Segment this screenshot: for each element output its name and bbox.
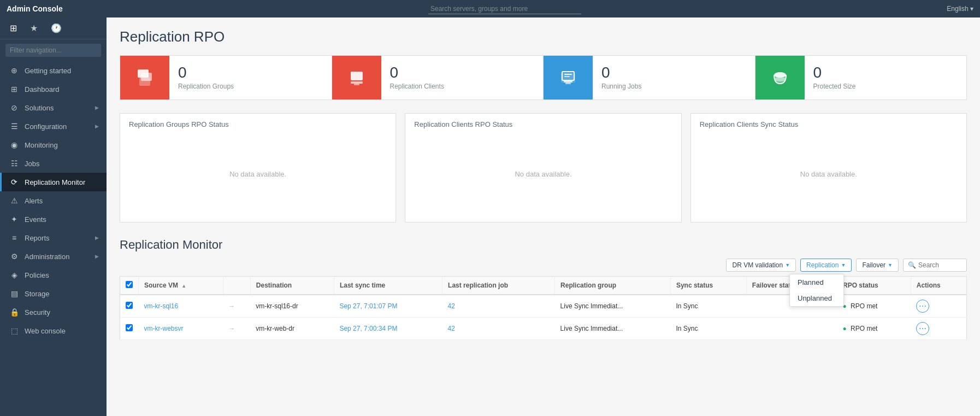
row1-actions-button[interactable]: ⋯ — [916, 300, 929, 313]
th-sync-status[interactable]: Sync status — [670, 277, 746, 295]
select-all-checkbox[interactable] — [126, 281, 133, 288]
replication-label: Replication — [806, 261, 839, 269]
monitor-search-input[interactable] — [918, 261, 962, 269]
stat-body-replication-clients: 0 Replication Clients — [381, 60, 453, 96]
global-search-input[interactable] — [428, 4, 581, 14]
row1-last-sync-link[interactable]: Sep 27, 7:01:07 PM — [339, 302, 397, 310]
sidebar-item-jobs[interactable]: ☷ Jobs — [0, 154, 107, 173]
row1-arrow-cell: → — [223, 295, 250, 318]
sidebar-home-icon[interactable]: ⊞ — [7, 22, 20, 34]
row1-source-vm: vm-kr-sql16 — [139, 295, 223, 318]
protected-size-label: Protected Size — [813, 83, 856, 90]
sidebar-favorites-icon[interactable]: ★ — [27, 22, 41, 34]
groups-rpo-no-data: No data available. — [229, 170, 286, 178]
row2-arrow-icon: → — [228, 325, 235, 332]
failover-arrow-icon: ▼ — [888, 262, 893, 268]
status-panels: Replication Groups RPO Status No data av… — [120, 113, 967, 222]
page-title: Replication RPO — [120, 28, 967, 45]
sidebar-item-replication-monitor[interactable]: ⟳ Replication Monitor — [0, 173, 107, 191]
sidebar-item-administration[interactable]: ⚙ Administration — [0, 247, 107, 266]
clients-sync-body: No data available. — [700, 133, 958, 215]
failover-planned-option[interactable]: Planned — [790, 274, 843, 290]
row1-checkbox[interactable] — [126, 302, 133, 309]
row2-rpo-label: RPO met — [851, 325, 877, 332]
replication-arrow-icon: ▼ — [841, 262, 846, 268]
th-source-vm[interactable]: Source VM ▲ — [139, 277, 223, 295]
th-last-job[interactable]: Last replication job — [442, 277, 555, 295]
th-arrow — [223, 277, 250, 295]
svg-rect-4 — [351, 81, 363, 84]
protected-size-icon — [755, 56, 805, 99]
row1-last-job-link[interactable]: 42 — [448, 302, 455, 310]
replication-groups-label: Replication Groups — [178, 83, 234, 90]
replication-groups-value: 0 — [178, 65, 234, 80]
events-icon: ✦ — [9, 215, 19, 224]
row2-actions-button[interactable]: ⋯ — [916, 322, 929, 335]
replication-clients-value: 0 — [390, 65, 444, 80]
sidebar-item-label: Monitoring — [25, 141, 58, 149]
sidebar-item-monitoring[interactable]: ◉ Monitoring — [0, 136, 107, 154]
row2-last-job-link[interactable]: 42 — [448, 325, 455, 332]
replication-monitor-icon: ⟳ — [9, 178, 19, 186]
svg-rect-3 — [351, 72, 363, 80]
stat-card-replication-groups: 0 Replication Groups — [120, 56, 332, 99]
sidebar-item-label: Reports — [25, 234, 50, 242]
sidebar-item-security[interactable]: 🔒 Security — [0, 303, 107, 321]
row2-failover-status — [746, 318, 837, 340]
svg-rect-8 — [564, 81, 572, 83]
language-selector[interactable]: English ▾ — [947, 5, 973, 13]
sidebar-item-solutions[interactable]: ⊘ Solutions — [0, 98, 107, 117]
row1-source-vm-link[interactable]: vm-kr-sql16 — [144, 302, 179, 310]
row2-rpo-status: ● RPO met — [837, 318, 911, 340]
getting-started-icon: ⊕ — [9, 66, 19, 75]
th-actions: Actions — [911, 277, 966, 295]
sidebar-item-policies[interactable]: ◈ Policies — [0, 266, 107, 284]
th-destination[interactable]: Destination — [250, 277, 334, 295]
running-jobs-value: 0 — [601, 65, 641, 80]
svg-rect-11 — [564, 76, 570, 77]
administration-icon: ⚙ — [9, 252, 19, 261]
monitor-toolbar: DR VM validation ▼ Replication ▼ Failove… — [120, 259, 967, 272]
sidebar-recent-icon[interactable]: 🕐 — [48, 22, 65, 34]
row2-actions-cell: ⋯ — [911, 318, 966, 340]
row1-arrow-icon: → — [228, 302, 235, 310]
row2-checkbox[interactable] — [126, 324, 133, 331]
dr-vm-validation-filter[interactable]: DR VM validation ▼ — [726, 259, 796, 272]
sidebar-item-storage[interactable]: ▤ Storage — [0, 284, 107, 303]
th-rpo-status[interactable]: RPO status — [837, 277, 911, 295]
dashboard-icon: ⊞ — [9, 85, 19, 93]
row1-rpo-label: RPO met — [851, 302, 877, 310]
failover-label: Failover — [862, 261, 885, 269]
sidebar-item-reports[interactable]: ≡ Reports — [0, 228, 107, 247]
failover-filter[interactable]: Failover ▼ — [856, 259, 899, 272]
sidebar-item-configuration[interactable]: ☰ Configuration — [0, 117, 107, 136]
row2-rep-group: Live Sync Immediat... — [555, 318, 671, 340]
svg-point-13 — [774, 77, 786, 81]
failover-unplanned-option[interactable]: Unplanned — [790, 290, 843, 306]
main-content: Replication RPO 0 Replication Groups — [107, 17, 980, 416]
sidebar-item-events[interactable]: ✦ Events — [0, 210, 107, 228]
reports-icon: ≡ — [9, 233, 19, 242]
search-icon: 🔍 — [908, 261, 916, 269]
storage-icon: ▤ — [9, 289, 19, 298]
alerts-icon: ⚠ — [9, 196, 19, 205]
sidebar-icon-row: ⊞ ★ 🕐 — [0, 17, 107, 39]
sidebar-item-web-console[interactable]: ⬚ Web console — [0, 321, 107, 340]
replication-filter[interactable]: Replication ▼ — [800, 259, 852, 272]
running-jobs-label: Running Jobs — [601, 83, 641, 90]
monitor-title: Replication Monitor — [120, 238, 967, 252]
sidebar-item-label: Replication Monitor — [25, 178, 85, 186]
dr-vm-label: DR VM validation — [732, 261, 783, 269]
sidebar-item-alerts[interactable]: ⚠ Alerts — [0, 191, 107, 210]
configuration-icon: ☰ — [9, 122, 19, 131]
th-rep-group[interactable]: Replication group — [555, 277, 671, 295]
sidebar-item-getting-started[interactable]: ⊕ Getting started — [0, 61, 107, 80]
row1-rpo-status: ● RPO met — [837, 295, 911, 318]
row2-source-vm-link[interactable]: vm-kr-websvr — [144, 325, 184, 332]
th-last-sync[interactable]: Last sync time — [334, 277, 442, 295]
svg-rect-9 — [565, 83, 571, 84]
running-jobs-icon — [544, 56, 593, 99]
sidebar-item-dashboard[interactable]: ⊞ Dashboard — [0, 80, 107, 98]
nav-filter-input[interactable] — [5, 44, 101, 57]
row2-last-sync-link[interactable]: Sep 27, 7:00:34 PM — [339, 325, 397, 332]
